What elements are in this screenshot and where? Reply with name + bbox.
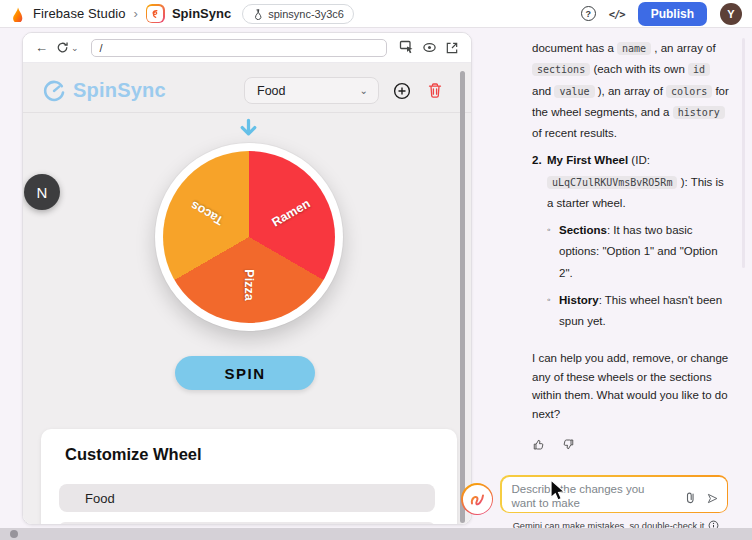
chevron-down-icon: ⌄ [360, 85, 368, 96]
send-icon[interactable] [705, 491, 720, 506]
firebase-studio-window: Firebase Studio › SpinSync spinsync-3y3c… [0, 0, 752, 540]
feedback-row [532, 437, 729, 452]
spinsync-squiggle-glyph [149, 8, 161, 20]
avatar[interactable]: Y [720, 3, 742, 25]
chat-scrollbar[interactable] [742, 38, 745, 268]
gemini-squiggle-icon [468, 490, 486, 508]
app-header: SpinSync Food ⌄ [23, 63, 471, 113]
customize-wheel-card: Customize Wheel Food [41, 429, 457, 525]
workspace-pill[interactable]: spinsync-3y3c6 [242, 4, 354, 24]
spinsync-app-preview: SpinSync Food ⌄ [23, 63, 471, 524]
gemini-chat-panel: document has a name , an array of sectio… [480, 28, 752, 540]
refresh-icon[interactable] [56, 41, 69, 54]
customize-wheel-title: Customize Wheel [65, 445, 435, 464]
workspace-pill-label: spinsync-3y3c6 [268, 8, 344, 20]
thumbs-up-icon[interactable] [532, 437, 547, 452]
presence-badge: N [24, 174, 60, 210]
plus-circle-icon [393, 82, 411, 100]
breadcrumb-chevron-icon: › [134, 6, 138, 21]
bottom-dot [10, 530, 18, 538]
list-item: ◦ History: This wheel hasn't been spun y… [547, 290, 729, 333]
message-paragraph: document has a name , an array of sectio… [532, 38, 729, 144]
list-item: 2. My First Wheel (ID: uLqC7ulRKUVmsBvRO… [532, 150, 729, 214]
open-in-new-window-icon[interactable] [445, 41, 459, 55]
help-icon[interactable]: ? [581, 6, 596, 21]
wheel-segment-label: Pizza [242, 269, 256, 300]
delete-wheel-button[interactable] [427, 82, 443, 99]
spin-button[interactable]: SPIN [175, 356, 315, 390]
list-item: ◦ Sections: It has two basic options: "O… [547, 220, 729, 284]
section-row-partial [59, 522, 435, 525]
preview-toolbar: ← ⌄ / [23, 33, 471, 63]
inspect-view-icon[interactable] [422, 41, 437, 54]
code-icon[interactable]: </> [609, 8, 625, 20]
product-name: Firebase Studio [33, 6, 126, 21]
gemini-fab-button[interactable] [461, 483, 493, 515]
spinsync-app-icon [146, 4, 165, 23]
chat-input-container [500, 475, 728, 513]
chat-message: document has a name , an array of sectio… [532, 38, 729, 452]
wheel-select-value: Food [257, 84, 286, 98]
back-icon[interactable]: ← [35, 41, 48, 54]
wheel-name-value: Food [85, 491, 115, 506]
top-bar-actions: ? </> Publish Y [581, 2, 742, 26]
wheel-select[interactable]: Food ⌄ [244, 77, 379, 104]
url-input[interactable]: / [91, 39, 387, 57]
app-name: SpinSync [172, 6, 231, 21]
trash-icon [427, 82, 443, 99]
app-logo-text: SpinSync [73, 79, 166, 102]
top-bar: Firebase Studio › SpinSync spinsync-3y3c… [0, 0, 752, 28]
url-value: / [100, 42, 103, 54]
flask-icon [252, 8, 263, 20]
thumbs-down-icon[interactable] [560, 437, 575, 452]
preview-scrollbar[interactable] [460, 71, 465, 523]
firebase-logo-icon [10, 6, 26, 22]
web-preview-pane: ← ⌄ / [22, 32, 472, 525]
spinsync-logo-icon [41, 78, 67, 104]
attach-icon[interactable] [684, 491, 696, 505]
message-closing: I can help you add, remove, or change an… [532, 349, 729, 423]
refresh-control[interactable]: ⌄ [56, 41, 79, 54]
wheel-name-input[interactable]: Food [59, 484, 435, 512]
chat-input[interactable] [502, 477, 667, 512]
app-logo: SpinSync [41, 78, 166, 104]
spinner-wheel[interactable]: RamenPizzaTacos [155, 143, 343, 331]
publish-button[interactable]: Publish [638, 2, 707, 26]
window-bottom-edge [0, 528, 752, 540]
add-wheel-button[interactable] [393, 82, 411, 100]
select-element-icon[interactable] [399, 40, 414, 55]
refresh-chevron-icon[interactable]: ⌄ [71, 43, 79, 53]
